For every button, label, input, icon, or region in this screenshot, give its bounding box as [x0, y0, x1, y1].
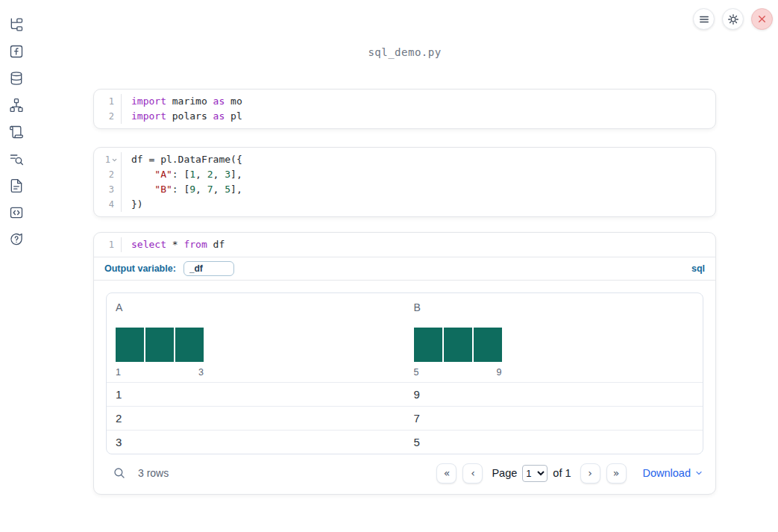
- sidebar-item-help[interactable]: [9, 232, 24, 247]
- sidebar-item-file-explorer[interactable]: [9, 17, 24, 32]
- column-header-b[interactable]: B 5 9: [405, 293, 703, 382]
- dataframe-table: A 1 3 B: [106, 292, 703, 454]
- next-page-button[interactable]: ›: [580, 463, 600, 484]
- prev-page-icon: ‹: [471, 468, 475, 478]
- sidebar-item-datasources[interactable]: [9, 71, 24, 86]
- histogram-bar: [116, 328, 144, 362]
- code-token: : [: [172, 184, 189, 195]
- sidebar-item-documentation[interactable]: [9, 178, 24, 193]
- table-row[interactable]: 1 9: [107, 382, 703, 406]
- line-number-gutter: 1: [94, 237, 122, 252]
- first-page-button[interactable]: «: [436, 463, 457, 484]
- sidebar-item-logs[interactable]: [9, 125, 24, 140]
- table-cell: 5: [405, 431, 703, 454]
- row-count: 3 rows: [138, 467, 169, 479]
- string-token: "B": [154, 184, 172, 195]
- list-search-icon: [9, 151, 24, 166]
- column-a-histogram: [116, 328, 204, 362]
- number-token: 3: [225, 169, 230, 180]
- output-variable-label: Output variable:: [104, 263, 176, 274]
- sidebar: [0, 0, 33, 532]
- code-token: ],: [230, 184, 242, 195]
- number-token: 5: [225, 184, 230, 195]
- scroll-icon: [9, 125, 24, 140]
- column-header-a[interactable]: A 1 3: [107, 293, 405, 382]
- language-badge[interactable]: sql: [691, 263, 705, 274]
- code-line: "A": [1, 2, 3],: [131, 167, 242, 182]
- table-footer: 3 rows « ‹ Page 1 of 1 › » Download: [106, 461, 703, 485]
- code-line: import polars as pl: [131, 109, 242, 124]
- sql-options-row: Output variable: sql: [94, 257, 715, 280]
- keyword-token: from: [183, 239, 207, 250]
- line-number: 2: [94, 167, 121, 182]
- code-token: *: [166, 239, 183, 250]
- page-indicator: Page 1 of 1: [492, 465, 571, 482]
- document-icon: [9, 178, 24, 193]
- code-line: import marimo as mo: [131, 94, 242, 109]
- page-select[interactable]: 1: [522, 465, 548, 482]
- table-row[interactable]: 2 7: [107, 406, 703, 430]
- sidebar-item-dependencies[interactable]: [9, 98, 24, 113]
- histogram-max-label: 9: [497, 367, 502, 378]
- code-line: df = pl.DataFrame({: [131, 152, 242, 167]
- last-page-button[interactable]: »: [606, 463, 627, 484]
- pagination: « ‹ Page 1 of 1 › » Download: [436, 463, 703, 484]
- histogram-max-label: 3: [198, 367, 204, 378]
- code-line: select * from df: [131, 237, 225, 252]
- sql-editor[interactable]: 1 select * from df: [94, 233, 715, 257]
- download-button[interactable]: Download: [643, 467, 704, 479]
- dependency-graph-icon: [9, 98, 24, 113]
- table-header: A 1 3 B: [107, 293, 703, 382]
- prev-page-button[interactable]: ‹: [462, 463, 483, 484]
- keyword-token: import: [131, 110, 166, 122]
- sidebar-item-snippets[interactable]: [9, 205, 24, 220]
- line-number: 1: [94, 152, 121, 167]
- code-token: ,: [195, 184, 207, 195]
- line-number: 1: [94, 237, 121, 252]
- close-x-icon: [757, 14, 767, 24]
- keyword-token: as: [213, 96, 225, 107]
- sidebar-item-variables[interactable]: [9, 44, 24, 59]
- page-of-label: of 1: [553, 467, 571, 479]
- line-number-gutter: 1 2: [94, 94, 122, 124]
- column-label: B: [414, 301, 694, 313]
- function-square-icon: [9, 44, 24, 59]
- line-number: 1: [94, 94, 121, 109]
- code-token: pl: [225, 110, 242, 122]
- keyword-token: import: [131, 96, 166, 107]
- cell-output: A 1 3 B: [94, 280, 715, 494]
- code-token: : [: [172, 169, 189, 180]
- code-editor[interactable]: 1 2 3 4 df = pl.DataFrame({ "A": [1, 2, …: [94, 148, 715, 216]
- fold-chevron-icon[interactable]: [111, 157, 118, 163]
- code-token: [131, 169, 154, 180]
- histogram-bar: [175, 328, 204, 362]
- table-cell: 9: [405, 383, 703, 406]
- output-variable-input[interactable]: [183, 261, 234, 276]
- notebook: sql_demo.py 1 2 import marimo as mo impo…: [93, 0, 716, 495]
- settings-button[interactable]: [722, 8, 744, 30]
- table-row[interactable]: 3 5: [107, 430, 703, 454]
- table-search-button[interactable]: [113, 466, 126, 480]
- line-number: 4: [94, 197, 121, 212]
- column-b-histogram: [414, 328, 502, 362]
- next-page-icon: ›: [588, 468, 592, 478]
- shutdown-button[interactable]: [751, 8, 773, 30]
- code-token: marimo: [166, 96, 213, 107]
- code-token: ,: [213, 169, 225, 180]
- database-icon: [9, 71, 24, 86]
- histogram-bar: [145, 328, 174, 362]
- notebook-filename: sql_demo.py: [93, 46, 716, 58]
- number-token: 7: [207, 184, 213, 195]
- search-icon: [113, 466, 126, 480]
- code-content: import marimo as mo import polars as pl: [122, 94, 242, 124]
- code-token: polars: [166, 110, 213, 122]
- code-content: select * from df: [122, 237, 225, 252]
- line-number: 2: [94, 109, 121, 124]
- sidebar-item-scratchpad[interactable]: [9, 151, 24, 166]
- table-cell: 1: [107, 383, 405, 406]
- download-label: Download: [643, 467, 691, 479]
- column-label: A: [116, 301, 396, 313]
- code-editor[interactable]: 1 2 import marimo as mo import polars as…: [94, 90, 715, 128]
- code-line: "B": [9, 7, 5],: [131, 182, 242, 197]
- file-tree-icon: [9, 17, 24, 32]
